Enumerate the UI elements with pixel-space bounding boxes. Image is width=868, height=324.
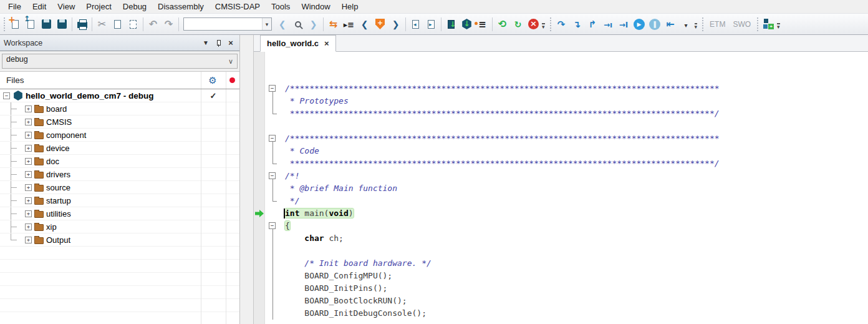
code-text[interactable]: * Code	[285, 145, 319, 157]
tree-item-doc[interactable]: +doc	[0, 155, 239, 168]
menu-tools[interactable]: Tools	[266, 0, 296, 13]
code-line[interactable]	[254, 120, 868, 132]
code-line[interactable]: BOARD_ConfigMPU();	[254, 270, 868, 282]
gutter-cell[interactable]	[254, 157, 265, 170]
menu-project[interactable]: Project	[80, 0, 117, 13]
print-button[interactable]	[74, 16, 90, 32]
code-text[interactable]: * @brief Main function	[285, 182, 397, 195]
gear-icon[interactable]: ⚙	[208, 75, 216, 86]
toggle-source-disasm-button[interactable]	[326, 16, 341, 32]
logs-button[interactable]	[761, 16, 776, 32]
download-source-button[interactable]	[443, 16, 459, 32]
gutter-cell[interactable]	[254, 145, 265, 157]
tree-row-project[interactable]: − hello_world_demo_cm7 - debug ✓	[0, 89, 239, 102]
gutter-cell[interactable]	[254, 232, 265, 245]
toolbar-grip[interactable]	[550, 17, 551, 31]
gutter-cell[interactable]	[254, 220, 265, 232]
navigate-back-button[interactable]	[357, 16, 372, 32]
step-over-button[interactable]	[554, 16, 569, 32]
toggle-breakpoint-button[interactable]	[372, 16, 388, 32]
code-line[interactable]: ****************************************…	[254, 157, 868, 170]
find-combo[interactable]: ▾	[183, 17, 272, 31]
find-next-button[interactable]	[306, 16, 321, 32]
tree-item-startup[interactable]: +startup	[0, 194, 239, 207]
cut-button[interactable]	[94, 16, 110, 32]
swo-button[interactable]: SWO	[729, 20, 755, 29]
gutter-cell[interactable]	[254, 307, 265, 320]
collapse-icon[interactable]: −	[3, 92, 10, 99]
expand-icon[interactable]: +	[25, 184, 32, 191]
menu-edit[interactable]: Edit	[27, 0, 52, 13]
save-button[interactable]	[39, 16, 54, 32]
code-text[interactable]: BOARD_InitDebugConsole();	[285, 307, 427, 320]
close-icon[interactable]: ×	[226, 38, 236, 48]
gutter-cell[interactable]	[254, 82, 265, 95]
gutter-cell[interactable]	[254, 107, 265, 120]
gutter-cell[interactable]	[254, 195, 265, 207]
menu-cmsis-dap[interactable]: CMSIS-DAP	[210, 0, 266, 13]
build-config-dropdown[interactable]: debug ∨	[2, 54, 238, 69]
tree-item-source[interactable]: +source	[0, 181, 239, 194]
new-file-button[interactable]	[7, 16, 23, 32]
etm-button[interactable]: ETM	[706, 20, 729, 29]
expand-icon[interactable]: +	[25, 145, 32, 152]
tree-item-board[interactable]: +board	[0, 102, 239, 115]
goto-list-button[interactable]	[341, 16, 357, 32]
paste-button[interactable]	[125, 16, 141, 32]
expand-icon[interactable]: +	[25, 197, 32, 204]
code-line[interactable]: ****************************************…	[254, 107, 868, 120]
menu-view[interactable]: View	[52, 0, 80, 13]
code-text[interactable]: ****************************************…	[285, 157, 720, 170]
go-button[interactable]	[632, 16, 647, 32]
menu-window[interactable]: Window	[296, 0, 335, 13]
find-button[interactable]	[290, 16, 306, 32]
code-text[interactable]: ****************************************…	[285, 107, 720, 120]
menu-help[interactable]: Help	[336, 0, 364, 13]
code-line[interactable]: −/**************************************…	[254, 132, 868, 145]
expand-icon[interactable]: +	[25, 158, 32, 165]
code-line[interactable]: BOARD_InitDebugConsole();	[254, 307, 868, 320]
fold-toggle-icon[interactable]: −	[269, 135, 276, 142]
code-text[interactable]: BOARD_InitPins();	[285, 282, 387, 295]
code-line[interactable]: * Code	[254, 145, 868, 157]
expand-icon[interactable]: +	[25, 210, 32, 217]
code-text[interactable]: /***************************************…	[285, 82, 720, 95]
code-text[interactable]: int main(void)	[285, 207, 354, 220]
debug-options-dropdown[interactable]	[678, 16, 694, 32]
gutter-cell[interactable]	[254, 295, 265, 307]
tree-item-xip[interactable]: +xip	[0, 220, 239, 233]
reset-button[interactable]	[494, 16, 510, 32]
undo-button[interactable]	[145, 16, 161, 32]
toolbar-overflow-icon[interactable]	[542, 23, 545, 29]
code-editor[interactable]: −/**************************************…	[254, 52, 868, 324]
code-text[interactable]: * Prototypes	[285, 95, 349, 107]
menu-disassembly[interactable]: Disassembly	[152, 0, 210, 13]
code-text[interactable]: /*!	[285, 170, 299, 182]
code-line[interactable]: int main(void)	[254, 207, 868, 220]
navigate-forward-button[interactable]	[388, 16, 403, 32]
code-text[interactable]: {	[285, 220, 290, 232]
code-line[interactable]: char ch;	[254, 232, 868, 245]
stop-debugging-button[interactable]	[663, 16, 678, 32]
toolbar-grip[interactable]	[702, 17, 703, 31]
menu-file[interactable]: File	[2, 0, 27, 13]
copy-button[interactable]	[110, 16, 125, 32]
gutter-cell[interactable]	[254, 282, 265, 295]
code-text[interactable]: /* Init board hardware. */	[285, 257, 432, 270]
panel-splitter[interactable]	[240, 35, 254, 324]
tree-item-cmsis[interactable]: +CMSIS	[0, 115, 239, 129]
code-line[interactable]	[254, 245, 868, 257]
tree-item-output[interactable]: +Output	[0, 233, 239, 247]
gutter-cell[interactable]	[254, 170, 265, 182]
fold-toggle-icon[interactable]: −	[269, 222, 276, 229]
tree-item-component[interactable]: +component	[0, 129, 239, 142]
toolbar-grip[interactable]	[4, 17, 5, 31]
gutter-cell[interactable]	[254, 182, 265, 195]
next-document-button[interactable]	[423, 16, 439, 32]
tab-hello-world-c[interactable]: hello_world.c ×	[260, 35, 336, 52]
refresh-button[interactable]	[510, 16, 526, 32]
code-line[interactable]: BOARD_InitPins();	[254, 282, 868, 295]
code-line[interactable]: BOARD_BootClockRUN();	[254, 295, 868, 307]
code-text[interactable]: char ch;	[285, 232, 344, 245]
code-line[interactable]: −/**************************************…	[254, 82, 868, 95]
